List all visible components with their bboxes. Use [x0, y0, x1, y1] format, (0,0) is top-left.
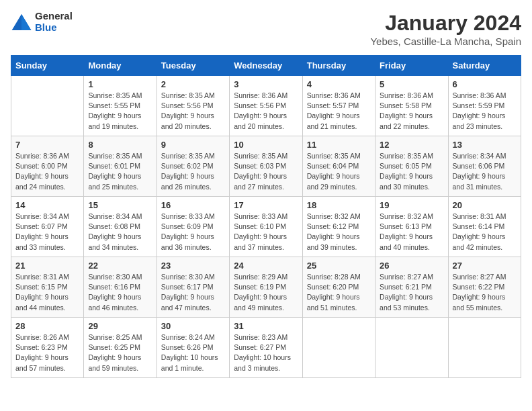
calendar-cell: 17Sunrise: 8:33 AM Sunset: 6:10 PM Dayli… [230, 197, 302, 257]
calendar-cell: 3Sunrise: 8:36 AM Sunset: 5:56 PM Daylig… [230, 76, 302, 136]
day-number: 28 [15, 321, 79, 331]
calendar-cell: 29Sunrise: 8:25 AM Sunset: 6:25 PM Dayli… [84, 318, 157, 378]
day-detail: Sunrise: 8:35 AM Sunset: 6:02 PM Dayligh… [161, 151, 225, 192]
day-detail: Sunrise: 8:31 AM Sunset: 6:15 PM Dayligh… [15, 272, 79, 313]
calendar-cell: 27Sunrise: 8:27 AM Sunset: 6:22 PM Dayli… [448, 257, 521, 318]
calendar-cell: 18Sunrise: 8:32 AM Sunset: 6:12 PM Dayli… [302, 197, 375, 257]
day-detail: Sunrise: 8:23 AM Sunset: 6:27 PM Dayligh… [234, 332, 298, 373]
day-number: 2 [161, 79, 225, 89]
calendar-cell [448, 318, 521, 378]
calendar-cell [375, 318, 448, 378]
day-detail: Sunrise: 8:36 AM Sunset: 5:59 PM Dayligh… [453, 91, 517, 132]
calendar-cell: 23Sunrise: 8:30 AM Sunset: 6:17 PM Dayli… [157, 257, 229, 318]
calendar-cell: 12Sunrise: 8:35 AM Sunset: 6:05 PM Dayli… [375, 136, 448, 197]
weekday-header-saturday: Saturday [448, 56, 521, 76]
day-number: 4 [307, 79, 371, 89]
calendar-cell: 9Sunrise: 8:35 AM Sunset: 6:02 PM Daylig… [157, 136, 229, 197]
logo-blue: Blue [35, 22, 73, 34]
calendar-body: 1Sunrise: 8:35 AM Sunset: 5:55 PM Daylig… [11, 76, 521, 378]
day-number: 10 [234, 140, 298, 150]
day-number: 5 [380, 79, 443, 89]
calendar-cell: 26Sunrise: 8:27 AM Sunset: 6:21 PM Dayli… [375, 257, 448, 318]
day-number: 9 [161, 140, 225, 150]
day-number: 22 [88, 261, 152, 271]
day-detail: Sunrise: 8:36 AM Sunset: 6:00 PM Dayligh… [15, 151, 79, 192]
weekday-header-thursday: Thursday [302, 56, 375, 76]
day-number: 11 [307, 140, 371, 150]
day-number: 18 [307, 200, 371, 210]
calendar-cell: 10Sunrise: 8:35 AM Sunset: 6:03 PM Dayli… [230, 136, 302, 197]
weekday-header-wednesday: Wednesday [230, 56, 302, 76]
day-detail: Sunrise: 8:35 AM Sunset: 5:55 PM Dayligh… [88, 91, 152, 132]
day-number: 24 [234, 261, 298, 271]
day-number: 7 [15, 140, 79, 150]
day-number: 12 [380, 140, 443, 150]
day-number: 31 [234, 321, 298, 331]
day-detail: Sunrise: 8:35 AM Sunset: 6:04 PM Dayligh… [307, 151, 371, 192]
day-detail: Sunrise: 8:35 AM Sunset: 5:56 PM Dayligh… [161, 91, 225, 132]
calendar-table: SundayMondayTuesdayWednesdayThursdayFrid… [11, 55, 521, 378]
weekday-header-tuesday: Tuesday [157, 56, 229, 76]
calendar-cell: 25Sunrise: 8:28 AM Sunset: 6:20 PM Dayli… [302, 257, 375, 318]
calendar-cell: 24Sunrise: 8:29 AM Sunset: 6:19 PM Dayli… [230, 257, 302, 318]
calendar-cell: 11Sunrise: 8:35 AM Sunset: 6:04 PM Dayli… [302, 136, 375, 197]
day-number: 16 [161, 200, 225, 210]
day-number: 19 [380, 200, 443, 210]
calendar-cell: 21Sunrise: 8:31 AM Sunset: 6:15 PM Dayli… [11, 257, 84, 318]
day-detail: Sunrise: 8:35 AM Sunset: 6:03 PM Dayligh… [234, 151, 298, 192]
title-area: January 2024 Yebes, Castille-La Mancha, … [370, 11, 521, 47]
day-detail: Sunrise: 8:35 AM Sunset: 6:05 PM Dayligh… [380, 151, 443, 192]
logo-icon [11, 13, 32, 32]
calendar-week-4: 21Sunrise: 8:31 AM Sunset: 6:15 PM Dayli… [11, 257, 521, 318]
day-detail: Sunrise: 8:32 AM Sunset: 6:12 PM Dayligh… [307, 212, 371, 253]
day-detail: Sunrise: 8:25 AM Sunset: 6:25 PM Dayligh… [88, 332, 152, 373]
calendar-cell: 31Sunrise: 8:23 AM Sunset: 6:27 PM Dayli… [230, 318, 302, 378]
weekday-header-row: SundayMondayTuesdayWednesdayThursdayFrid… [11, 56, 521, 76]
day-detail: Sunrise: 8:32 AM Sunset: 6:13 PM Dayligh… [380, 212, 443, 253]
logo: General Blue [11, 11, 73, 33]
day-detail: Sunrise: 8:27 AM Sunset: 6:22 PM Dayligh… [453, 272, 517, 313]
calendar-cell: 20Sunrise: 8:31 AM Sunset: 6:14 PM Dayli… [448, 197, 521, 257]
calendar-cell: 30Sunrise: 8:24 AM Sunset: 6:26 PM Dayli… [157, 318, 229, 378]
day-detail: Sunrise: 8:27 AM Sunset: 6:21 PM Dayligh… [380, 272, 443, 313]
header: General Blue January 2024 Yebes, Castill… [11, 11, 521, 47]
weekday-header-monday: Monday [84, 56, 157, 76]
day-number: 30 [161, 321, 225, 331]
calendar-cell: 13Sunrise: 8:34 AM Sunset: 6:06 PM Dayli… [448, 136, 521, 197]
day-number: 29 [88, 321, 152, 331]
day-number: 20 [453, 200, 517, 210]
day-number: 15 [88, 200, 152, 210]
calendar-cell: 8Sunrise: 8:35 AM Sunset: 6:01 PM Daylig… [84, 136, 157, 197]
calendar-cell: 4Sunrise: 8:36 AM Sunset: 5:57 PM Daylig… [302, 76, 375, 136]
day-detail: Sunrise: 8:35 AM Sunset: 6:01 PM Dayligh… [88, 151, 152, 192]
day-detail: Sunrise: 8:33 AM Sunset: 6:09 PM Dayligh… [161, 212, 225, 253]
day-detail: Sunrise: 8:26 AM Sunset: 6:23 PM Dayligh… [15, 332, 79, 373]
logo-general: General [35, 11, 73, 22]
day-number: 13 [453, 140, 517, 150]
calendar-cell: 1Sunrise: 8:35 AM Sunset: 5:55 PM Daylig… [84, 76, 157, 136]
calendar-cell: 14Sunrise: 8:34 AM Sunset: 6:07 PM Dayli… [11, 197, 84, 257]
calendar-cell: 22Sunrise: 8:30 AM Sunset: 6:16 PM Dayli… [84, 257, 157, 318]
day-detail: Sunrise: 8:36 AM Sunset: 5:58 PM Dayligh… [380, 91, 443, 132]
day-detail: Sunrise: 8:31 AM Sunset: 6:14 PM Dayligh… [453, 212, 517, 253]
calendar-cell: 2Sunrise: 8:35 AM Sunset: 5:56 PM Daylig… [157, 76, 229, 136]
day-detail: Sunrise: 8:30 AM Sunset: 6:17 PM Dayligh… [161, 272, 225, 313]
calendar-subtitle: Yebes, Castille-La Mancha, Spain [370, 36, 521, 47]
calendar-week-3: 14Sunrise: 8:34 AM Sunset: 6:07 PM Dayli… [11, 197, 521, 257]
day-detail: Sunrise: 8:33 AM Sunset: 6:10 PM Dayligh… [234, 212, 298, 253]
day-number: 1 [88, 79, 152, 89]
day-number: 6 [453, 79, 517, 89]
calendar-week-5: 28Sunrise: 8:26 AM Sunset: 6:23 PM Dayli… [11, 318, 521, 378]
calendar-cell: 28Sunrise: 8:26 AM Sunset: 6:23 PM Dayli… [11, 318, 84, 378]
day-detail: Sunrise: 8:24 AM Sunset: 6:26 PM Dayligh… [161, 332, 225, 373]
day-number: 27 [453, 261, 517, 271]
calendar-week-2: 7Sunrise: 8:36 AM Sunset: 6:00 PM Daylig… [11, 136, 521, 197]
calendar-cell: 6Sunrise: 8:36 AM Sunset: 5:59 PM Daylig… [448, 76, 521, 136]
svg-marker-1 [21, 14, 31, 30]
calendar-header: SundayMondayTuesdayWednesdayThursdayFrid… [11, 56, 521, 76]
calendar-cell: 7Sunrise: 8:36 AM Sunset: 6:00 PM Daylig… [11, 136, 84, 197]
day-number: 23 [161, 261, 225, 271]
day-detail: Sunrise: 8:34 AM Sunset: 6:06 PM Dayligh… [453, 151, 517, 192]
day-detail: Sunrise: 8:36 AM Sunset: 5:56 PM Dayligh… [234, 91, 298, 132]
day-number: 8 [88, 140, 152, 150]
